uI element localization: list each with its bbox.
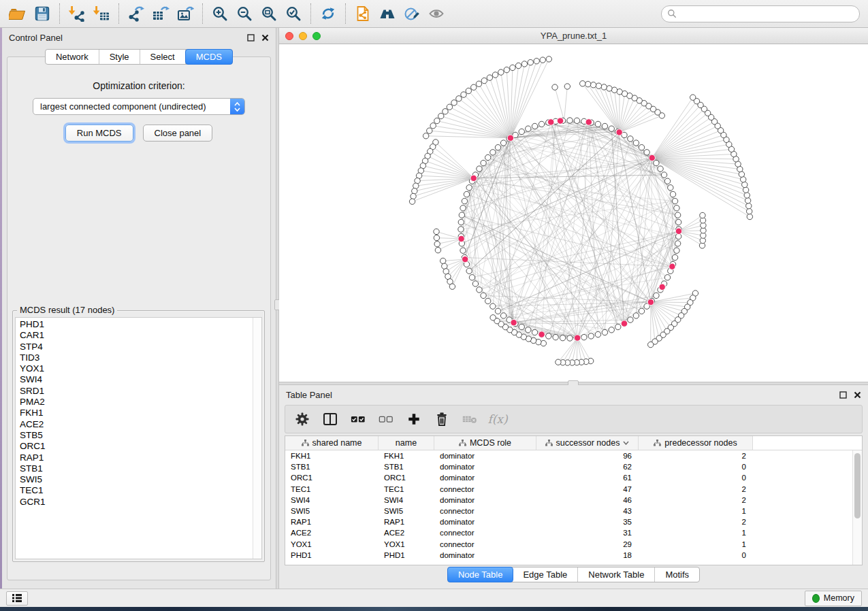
mcds-result-item[interactable]: STP4 bbox=[20, 342, 248, 352]
list-icon bbox=[12, 593, 22, 603]
table-cell: SWI4 bbox=[379, 496, 434, 504]
mcds-result-item[interactable]: CAR1 bbox=[20, 330, 248, 341]
mcds-result-item[interactable]: GCR1 bbox=[20, 497, 248, 508]
table-row[interactable]: FKH1FKH1dominator962 bbox=[285, 450, 862, 461]
table-cell: dominator bbox=[434, 474, 536, 482]
criterion-select[interactable]: largest connected component (undirected) bbox=[33, 98, 245, 115]
table-cell: 62 bbox=[536, 463, 639, 471]
mcds-result-item[interactable]: TEC1 bbox=[20, 485, 248, 496]
mcds-list-scrollbar[interactable] bbox=[253, 318, 261, 559]
control-panel-header: Control Panel bbox=[2, 28, 276, 47]
column-header-predecessor-nodes[interactable]: predecessor nodes bbox=[639, 436, 753, 450]
column-header-name[interactable]: name bbox=[379, 436, 434, 450]
tab-network-table[interactable]: Network Table bbox=[578, 567, 655, 582]
save-session-button[interactable] bbox=[30, 3, 54, 24]
share-document-button[interactable] bbox=[351, 3, 375, 24]
mcds-result-item[interactable]: SRD1 bbox=[20, 386, 248, 397]
mcds-result-list: PHD1CAR1STP4TID3YOX1SWI4SRD1PMA2FKH1ACE2… bbox=[16, 318, 253, 559]
status-menu-button[interactable] bbox=[6, 591, 28, 606]
table-scrollbar-thumb[interactable] bbox=[854, 453, 861, 518]
tab-motifs[interactable]: Motifs bbox=[655, 567, 699, 582]
search-box[interactable] bbox=[661, 5, 860, 22]
zoom-out-button[interactable] bbox=[232, 3, 257, 24]
tab-select[interactable]: Select bbox=[140, 50, 186, 64]
mcds-result-item[interactable]: PMA2 bbox=[20, 397, 248, 408]
table-cell: 18 bbox=[536, 551, 639, 559]
table-cell: 35 bbox=[536, 518, 639, 526]
create-column-button[interactable] bbox=[406, 412, 421, 427]
table-row[interactable]: SWI5SWI5connector431 bbox=[285, 506, 862, 516]
tab-edge-table[interactable]: Edge Table bbox=[513, 567, 578, 582]
table-panel: Table Panel bbox=[279, 385, 868, 589]
table-tabs: Node Table Edge Table Network Table Moti… bbox=[279, 567, 868, 582]
export-network-button[interactable] bbox=[124, 3, 148, 24]
table-cell: 2 bbox=[639, 518, 753, 526]
table-cell: 0 bbox=[639, 551, 753, 559]
table-cell: TEC1 bbox=[379, 485, 434, 493]
table-row[interactable]: ORC1ORC1dominator610 bbox=[285, 472, 862, 483]
close-panel-button[interactable]: Close panel bbox=[143, 125, 213, 142]
mcds-result-item[interactable]: ORC1 bbox=[20, 441, 248, 452]
table-cell: dominator bbox=[434, 463, 536, 471]
column-header-successor-nodes[interactable]: successor nodes bbox=[536, 436, 639, 450]
zoom-in-button[interactable] bbox=[208, 3, 232, 24]
table-row[interactable]: ACE2ACE2connector311 bbox=[285, 527, 862, 538]
find-button[interactable] bbox=[375, 3, 400, 24]
table-cell: RAP1 bbox=[379, 518, 434, 526]
close-panel-icon[interactable] bbox=[854, 391, 861, 399]
mcds-result-item[interactable]: SWI5 bbox=[20, 474, 248, 485]
table-cell: RAP1 bbox=[285, 518, 379, 526]
export-table-button[interactable] bbox=[148, 3, 173, 24]
table-row[interactable]: PHD1PHD1dominator180 bbox=[285, 550, 862, 561]
delete-column-button[interactable] bbox=[434, 412, 449, 427]
mcds-result-item[interactable]: STB5 bbox=[20, 430, 248, 441]
float-panel-icon[interactable] bbox=[247, 34, 255, 42]
table-cell: ORC1 bbox=[379, 474, 434, 482]
mcds-result-item[interactable]: ACE2 bbox=[20, 419, 248, 430]
tab-mcds[interactable]: MCDS bbox=[185, 49, 233, 65]
select-all-button[interactable] bbox=[351, 412, 366, 427]
export-image-button[interactable] bbox=[173, 3, 197, 24]
table-row[interactable]: YOX1YOX1connector291 bbox=[285, 539, 862, 550]
import-table-button[interactable] bbox=[89, 3, 114, 24]
mcds-result-item[interactable]: FKH1 bbox=[20, 408, 248, 418]
table-row[interactable]: TEC1TEC1connector472 bbox=[285, 484, 862, 495]
table-row[interactable]: RAP1RAP1dominator352 bbox=[285, 516, 862, 527]
criterion-selected-value: largest connected component (undirected) bbox=[33, 101, 230, 112]
tab-network[interactable]: Network bbox=[46, 50, 99, 64]
deselect-all-button[interactable] bbox=[379, 412, 393, 427]
import-network-button[interactable] bbox=[65, 3, 89, 24]
table-cell: dominator bbox=[434, 518, 536, 526]
zoom-fit-button[interactable] bbox=[257, 3, 281, 24]
column-header-mcds-role[interactable]: MCDS role bbox=[434, 436, 536, 450]
column-header-shared-name[interactable]: shared name bbox=[285, 436, 379, 450]
table-row[interactable]: STB1STB1dominator620 bbox=[285, 461, 862, 472]
mcds-result-item[interactable]: YOX1 bbox=[20, 363, 248, 374]
vizmap-button[interactable] bbox=[400, 3, 424, 24]
open-session-button[interactable] bbox=[5, 3, 30, 24]
run-mcds-button[interactable]: Run MCDS bbox=[65, 125, 133, 142]
zoom-selected-button[interactable] bbox=[281, 3, 306, 24]
search-input[interactable] bbox=[680, 9, 854, 19]
mcds-result-item[interactable]: SWI4 bbox=[20, 374, 248, 385]
mcds-result-item[interactable]: PHD1 bbox=[20, 319, 248, 330]
table-settings-button[interactable] bbox=[295, 412, 310, 427]
zoom-fit-icon bbox=[260, 5, 278, 22]
refresh-button[interactable] bbox=[316, 3, 340, 24]
table-scrollbar[interactable] bbox=[852, 450, 862, 565]
tab-node-table[interactable]: Node Table bbox=[447, 567, 514, 582]
memory-button[interactable]: Memory bbox=[805, 591, 862, 606]
table-cell: YOX1 bbox=[285, 540, 379, 548]
close-panel-icon[interactable] bbox=[261, 34, 269, 42]
table-cell: PHD1 bbox=[379, 551, 434, 559]
mcds-result-item[interactable]: RAP1 bbox=[20, 452, 248, 463]
mcds-result-item[interactable]: STB1 bbox=[20, 463, 248, 474]
show-columns-button[interactable] bbox=[323, 412, 338, 427]
table-cell: SWI5 bbox=[285, 507, 379, 515]
table-row[interactable]: SWI4SWI4dominator462 bbox=[285, 495, 862, 506]
float-panel-icon[interactable] bbox=[839, 391, 847, 399]
network-canvas[interactable] bbox=[279, 44, 868, 382]
tab-style[interactable]: Style bbox=[99, 50, 140, 64]
node-table-body: FKH1FKH1dominator962STB1STB1dominator620… bbox=[285, 450, 862, 565]
mcds-result-item[interactable]: TID3 bbox=[20, 352, 248, 363]
